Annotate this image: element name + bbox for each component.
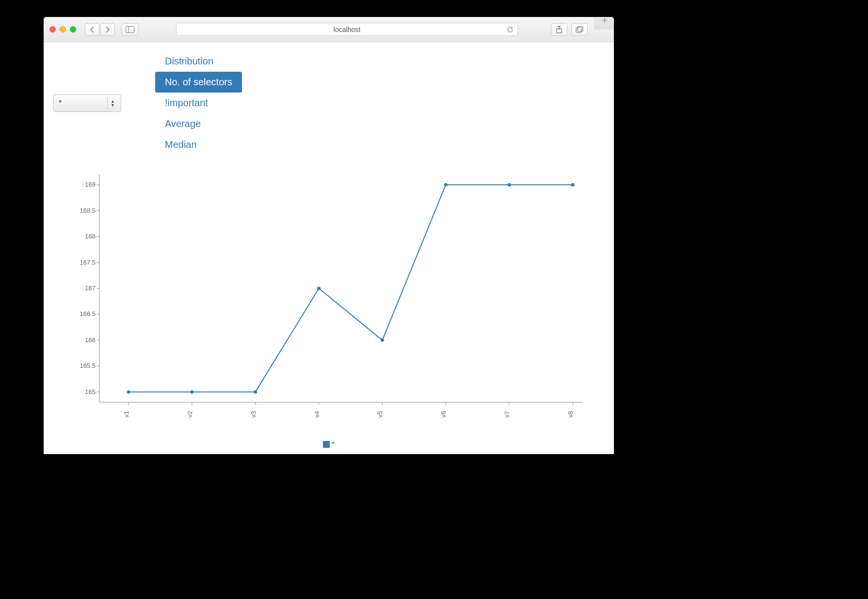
svg-text:v5: v5 <box>376 411 384 418</box>
svg-text:165.5: 165.5 <box>80 362 96 369</box>
svg-text:168.5: 168.5 <box>80 207 96 214</box>
zoom-icon[interactable] <box>70 26 76 32</box>
svg-rect-3 <box>576 28 581 32</box>
minimize-icon[interactable] <box>60 26 66 32</box>
svg-point-45 <box>381 338 384 342</box>
svg-text:v1: v1 <box>123 411 130 418</box>
address-bar[interactable]: localhost <box>176 23 518 36</box>
svg-text:167.5: 167.5 <box>80 259 96 266</box>
svg-point-42 <box>190 390 193 394</box>
address-text: localhost <box>334 26 360 33</box>
tab-average[interactable]: Average <box>155 113 242 134</box>
share-button[interactable] <box>551 23 567 36</box>
svg-point-47 <box>508 183 511 187</box>
svg-text:v7: v7 <box>503 411 511 418</box>
svg-text:v4: v4 <box>313 411 321 418</box>
toolbar-right <box>551 23 588 36</box>
chevron-left-icon <box>90 26 95 33</box>
tabs-icon <box>576 26 583 33</box>
close-icon[interactable] <box>49 26 56 32</box>
sidebar-icon <box>126 26 134 33</box>
plus-icon: + <box>602 17 608 26</box>
line-chart-svg: 165165.5166166.5167167.5168168.5169v1v2v… <box>65 170 592 431</box>
legend-color-icon <box>323 441 330 448</box>
svg-text:v2: v2 <box>186 411 193 418</box>
forward-button[interactable] <box>100 23 115 36</box>
tab-distribution[interactable]: Distribution <box>155 51 242 72</box>
tab-no-of-selectors[interactable]: No. of selectors <box>155 72 242 93</box>
tab-median[interactable]: Median <box>155 134 242 155</box>
svg-text:v3: v3 <box>250 411 257 418</box>
chevron-right-icon <box>105 26 110 33</box>
share-icon <box>556 26 563 33</box>
tab--important[interactable]: !important <box>155 93 242 113</box>
svg-rect-4 <box>578 26 583 31</box>
sidebar-button[interactable] <box>122 23 138 36</box>
svg-point-48 <box>571 183 575 187</box>
nav-buttons <box>85 23 115 36</box>
svg-text:v6: v6 <box>440 411 447 418</box>
reload-icon <box>507 26 514 33</box>
svg-text:v8: v8 <box>567 411 574 418</box>
tabs: DistributionNo. of selectors!importantAv… <box>155 51 245 155</box>
selector-value: * <box>59 99 62 108</box>
selector-dropdown[interactable]: * ▲▼ <box>53 95 121 112</box>
svg-point-43 <box>254 390 257 394</box>
svg-text:168: 168 <box>85 233 96 240</box>
dropdown-caret-icon: ▲▼ <box>107 97 118 110</box>
controls-bar: * ▲▼ DistributionNo. of selectors!import… <box>53 51 604 155</box>
titlebar: localhost + <box>44 17 614 42</box>
svg-rect-0 <box>126 26 134 32</box>
tabs-button[interactable] <box>571 23 588 36</box>
svg-text:169: 169 <box>85 181 96 188</box>
chart: 165165.5166166.5167167.5168168.5169v1v2v… <box>65 170 592 446</box>
svg-point-44 <box>317 287 321 290</box>
page-content: * ▲▼ DistributionNo. of selectors!import… <box>44 42 614 454</box>
window-controls <box>49 26 76 32</box>
svg-point-46 <box>444 183 448 187</box>
svg-text:167: 167 <box>85 284 96 292</box>
svg-point-41 <box>127 390 130 394</box>
legend: * <box>65 440 592 448</box>
reload-button[interactable] <box>507 26 514 33</box>
svg-text:166: 166 <box>85 336 96 344</box>
svg-text:165: 165 <box>85 388 96 395</box>
new-tab-button[interactable]: + <box>595 17 614 30</box>
svg-text:166.5: 166.5 <box>80 310 96 317</box>
legend-label: * <box>332 440 334 448</box>
browser-window: localhost + <box>44 17 614 454</box>
back-button[interactable] <box>85 23 99 36</box>
